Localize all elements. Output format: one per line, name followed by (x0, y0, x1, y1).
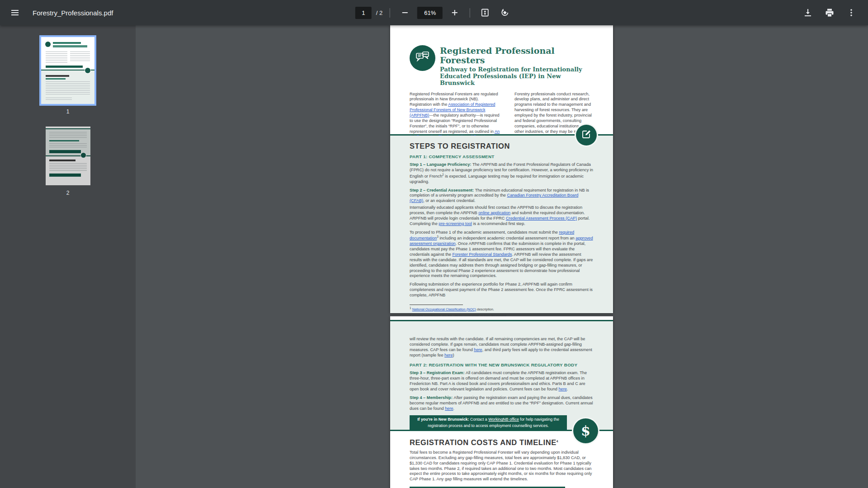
more-options-button[interactable] (844, 5, 859, 20)
zoom-in-button[interactable] (447, 5, 462, 20)
international-applicants-paragraph: Internationally educated applicants shou… (410, 205, 594, 226)
download-button[interactable] (800, 5, 816, 20)
pdf-viewport[interactable]: Registered Professional Foresters Pathwa… (136, 25, 868, 488)
fit-to-page-button[interactable] (477, 5, 493, 20)
thumbnail-sidebar: 1 2 (0, 25, 136, 488)
text-link[interactable]: online application (478, 211, 510, 215)
cap-review-paragraph: will review the results with the candida… (410, 337, 594, 358)
page-number-input[interactable] (355, 7, 372, 19)
thumb-textlines (46, 98, 72, 101)
zoom-out-button[interactable] (397, 5, 413, 20)
document-title: Forestry_Professionals.pdf (33, 9, 113, 17)
thumb-textlines (46, 52, 67, 64)
step1-paragraph: Step 1 – Language Proficiency: The ARPFN… (410, 162, 594, 185)
thumb-textlines (49, 143, 87, 149)
thumb-banner (49, 150, 81, 153)
footnote-rule (410, 305, 463, 305)
pdf-viewer-toolbar: Forestry_Professionals.pdf / 2 61% (0, 0, 868, 25)
part1-heading: PART 1: COMPETENCY ASSESSMENT (410, 154, 594, 159)
chat-bubbles-icon (415, 49, 431, 67)
thumb-logo-dot (45, 42, 51, 47)
thumb-textlines (70, 52, 90, 62)
steps-to-registration-heading: STEPS TO REGISTRATION (410, 142, 594, 150)
page2-top-margin (390, 316, 613, 320)
toolbar-divider (470, 8, 470, 18)
thumb-bar (53, 45, 87, 47)
text-link[interactable]: Forester Professional Standards (453, 252, 512, 257)
page1-thumbnail-label: 1 (66, 108, 70, 115)
footnote-1: 1 National Occupational Classification (… (410, 306, 594, 312)
hamburger-menu-icon (10, 8, 19, 17)
print-icon (825, 8, 834, 17)
thumb-textlines (49, 163, 87, 172)
phase1-paragraph: To proceed to Phase 1 of the academic as… (410, 230, 594, 279)
page1-thumbnail[interactable] (41, 37, 94, 104)
print-button[interactable] (822, 5, 837, 20)
step2-paragraph: Step 2 – Credential Assessment: The mini… (410, 188, 594, 204)
part2-heading: PART 2: REGISTRATION WITH THE NEW BRUNSW… (410, 362, 594, 367)
following-submission-paragraph: Following submission of the experience p… (410, 282, 594, 298)
rotate-counterclockwise-icon (500, 8, 509, 17)
text-link[interactable]: WorkingNB office (488, 417, 519, 422)
pdf-page-1: Registered Professional Foresters Pathwa… (390, 25, 613, 313)
brand-logo (410, 45, 435, 71)
text-link[interactable]: here (445, 406, 453, 411)
thumb-banner (49, 174, 81, 177)
edit-pencil-icon (581, 129, 592, 141)
thumb-heading (46, 75, 69, 77)
page2-thumbnail-label: 2 (66, 190, 70, 196)
edit-badge (576, 125, 597, 145)
document-header: Registered Professional Foresters Pathwa… (390, 25, 613, 134)
fit-page-icon (481, 8, 490, 17)
page2-thumbnail[interactable] (46, 127, 90, 185)
costs-section: $ REGISTRATION COSTS AND TIMELINE4 Total… (390, 431, 613, 488)
page-title: Registered Professional Foresters (440, 46, 594, 65)
text-link[interactable]: here (444, 353, 453, 357)
step3-paragraph: Step 3 – Registration Exam: All candidat… (410, 371, 594, 392)
thumb-badge-dot (81, 153, 86, 158)
text-link[interactable]: Credential Assessment Process (CAP) (506, 216, 577, 221)
step4-paragraph: Step 4 – Membership: After passing the r… (410, 395, 594, 412)
zoom-level-display[interactable]: 61% (417, 7, 443, 19)
kebab-menu-icon (847, 8, 856, 17)
dollar-icon: $ (581, 423, 590, 439)
minus-icon (401, 9, 409, 17)
text-link[interactable]: National Occupational Classification (NO… (412, 307, 476, 311)
text-link[interactable]: here (558, 387, 566, 391)
rotate-button[interactable] (497, 5, 513, 20)
thumb-textlines (46, 81, 90, 96)
costs-paragraph: Total fees to become a Registered Profes… (410, 450, 599, 482)
text-link[interactable]: pre-screening tool (439, 221, 472, 226)
text-link[interactable]: here (474, 347, 482, 352)
registration-costs-heading: REGISTRATION COSTS AND TIMELINE4 (410, 438, 594, 447)
plus-icon (451, 9, 459, 17)
thumb-textlines (49, 132, 87, 139)
thumb-bar (49, 140, 79, 141)
new-brunswick-help-banner: If you're in New Brunswick: Contact a Wo… (410, 415, 567, 430)
download-icon (803, 8, 812, 17)
thumb-bar (53, 42, 81, 44)
thumb-banner (46, 66, 83, 68)
thumb-heading (49, 160, 75, 161)
thumb-bar (46, 78, 66, 80)
steps-section-continued: will review the results with the candida… (390, 320, 613, 431)
pdf-page-2: will review the results with the candida… (390, 316, 613, 488)
toolbar-divider (390, 8, 390, 18)
steps-section: STEPS TO REGISTRATION PART 1: COMPETENCY… (390, 136, 613, 313)
thumb-badge-dot (85, 68, 90, 73)
dollar-badge: $ (573, 418, 598, 443)
page-count-label: / 2 (376, 9, 382, 16)
page-subtitle: Pathway to Registration for Internationa… (440, 66, 589, 87)
menu-button[interactable] (7, 5, 23, 20)
